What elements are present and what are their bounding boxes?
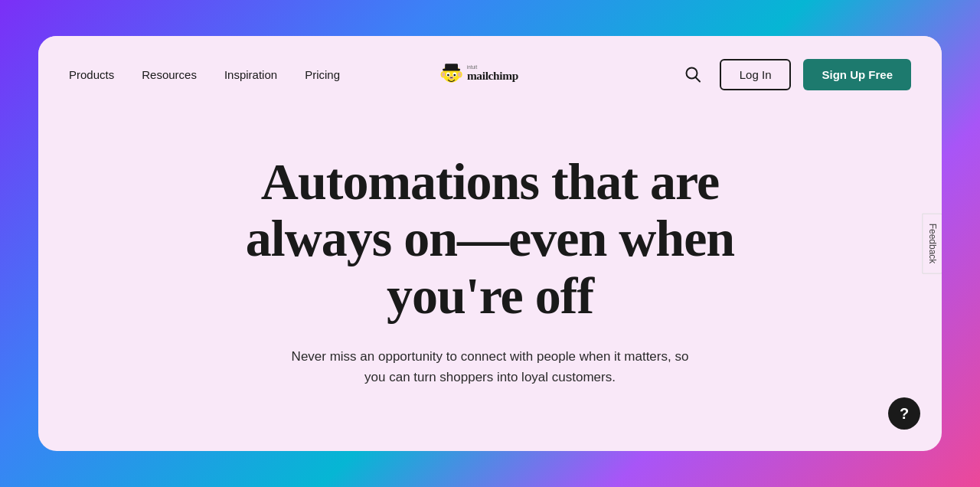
nav-left: Products Resources Inspiration Pricing	[69, 68, 340, 81]
svg-point-4	[458, 73, 461, 77]
svg-point-10	[453, 74, 456, 77]
nav-right: Log In Sign Up Free	[678, 59, 911, 90]
svg-point-9	[447, 74, 449, 77]
mailchimp-logo: intuit mailchimp	[436, 59, 544, 90]
svg-point-3	[442, 73, 445, 77]
nav-item-pricing[interactable]: Pricing	[305, 68, 340, 81]
feedback-tab[interactable]: Feedback	[923, 214, 942, 274]
login-button[interactable]: Log In	[720, 59, 792, 90]
nav-item-resources[interactable]: Resources	[142, 68, 197, 81]
search-button[interactable]	[678, 60, 707, 89]
hero-title: Automations that are always on—even when…	[222, 153, 758, 325]
svg-line-17	[695, 77, 700, 82]
svg-point-13	[452, 77, 452, 78]
nav-item-products[interactable]: Products	[69, 68, 114, 81]
svg-point-12	[450, 77, 451, 78]
hero-section: Automations that are always on—even when…	[38, 113, 942, 451]
svg-rect-6	[443, 69, 459, 71]
svg-text:mailchimp: mailchimp	[467, 69, 518, 82]
logo-container[interactable]: intuit mailchimp	[436, 59, 544, 90]
signup-button[interactable]: Sign Up Free	[803, 59, 911, 90]
navbar: Products Resources Inspiration Pricing	[38, 36, 942, 113]
main-card: Products Resources Inspiration Pricing	[38, 36, 942, 451]
help-button[interactable]: ?	[888, 397, 920, 430]
nav-item-inspiration[interactable]: Inspiration	[224, 68, 277, 81]
hero-subtitle: Never miss an opportunity to connect wit…	[283, 346, 697, 387]
search-icon	[684, 66, 701, 83]
